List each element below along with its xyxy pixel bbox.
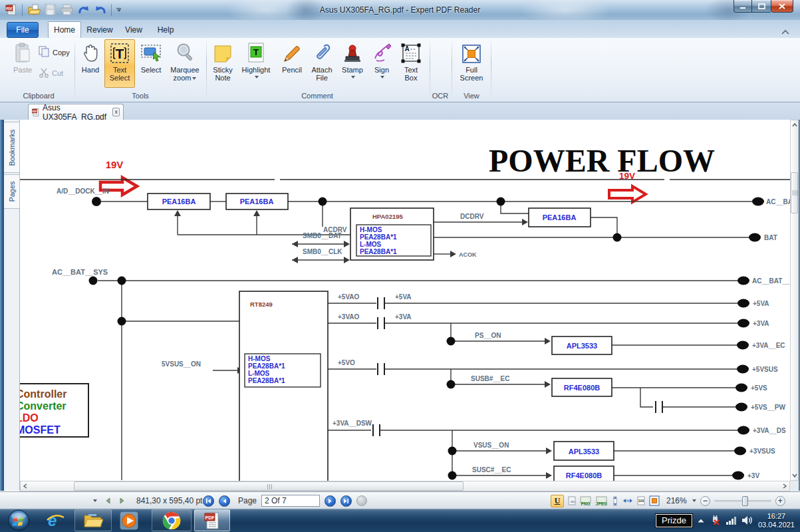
previous-page-button[interactable] — [219, 495, 230, 507]
svg-text:H-MOS: H-MOS — [360, 226, 382, 233]
power-plug-icon[interactable] — [710, 515, 721, 526]
clock[interactable]: 16:27 03.04.2021 — [758, 512, 795, 529]
stamp-button[interactable]: Stamp — [339, 40, 366, 78]
tab-view[interactable]: View — [122, 22, 145, 38]
document-tab[interactable]: PDF Asus UX305FA_RG.pdf x — [28, 104, 124, 120]
svg-text:+3V: +3V — [747, 472, 759, 479]
previous-view-icon[interactable] — [103, 496, 113, 506]
copy-button[interactable]: Copy — [39, 46, 70, 59]
document-tab-close-icon[interactable]: x — [112, 108, 120, 116]
vertical-scrollbar[interactable] — [790, 120, 799, 481]
paste-button[interactable]: Paste — [8, 40, 37, 74]
save-icon[interactable] — [43, 3, 57, 17]
last-page-button[interactable] — [340, 495, 352, 507]
snapshot-icon[interactable] — [568, 496, 576, 505]
stamp-icon — [342, 40, 362, 64]
scroll-right-icon[interactable] — [782, 483, 787, 489]
document-tab-bar: PDF Asus UX305FA_RG.pdf x — [0, 102, 800, 120]
status-dropdown-caret[interactable] — [93, 499, 97, 502]
close-button[interactable] — [771, 0, 793, 13]
select-tool-button[interactable]: Select — [137, 40, 165, 74]
zoom-in-button[interactable]: + — [775, 496, 785, 506]
svg-text:PS__ON: PS__ON — [475, 332, 501, 339]
taskbar-item-chrome[interactable] — [152, 509, 192, 531]
export-jpeg-icon[interactable]: JPEG — [595, 496, 608, 506]
tray-expand-icon[interactable] — [697, 518, 705, 523]
svg-text:+5VA: +5VA — [753, 300, 769, 307]
refresh-button[interactable] — [356, 495, 367, 506]
minimize-button[interactable] — [733, 0, 752, 13]
horizontal-scroll-thumb[interactable] — [74, 481, 464, 491]
text-select-button[interactable]: T Text Select — [104, 39, 135, 88]
sidebar-tab-pages[interactable]: Pages — [4, 174, 20, 209]
page-label: Page — [238, 496, 257, 505]
full-screen-button[interactable]: Full Screen — [455, 40, 488, 82]
tab-file[interactable]: File — [7, 22, 39, 38]
text-box-button[interactable]: A Text Box — [396, 40, 426, 82]
document-tab-title: Asus UX305FA_RG.pdf — [43, 103, 108, 122]
attach-file-button[interactable]: Attach File — [307, 40, 336, 82]
svg-text:PDF: PDF — [6, 7, 13, 11]
actual-size-icon[interactable]: 100 — [637, 496, 645, 505]
ribbon: Paste Copy Cut Clipboard Hand T Text Sel… — [0, 38, 800, 102]
sticky-note-button[interactable]: Sticky Note — [209, 40, 237, 82]
redo-icon[interactable] — [93, 3, 107, 17]
vertical-scroll-thumb[interactable] — [791, 172, 798, 213]
capacitors — [373, 297, 662, 436]
speaker-icon[interactable] — [741, 515, 753, 525]
zoom-slider[interactable] — [714, 500, 771, 502]
svg-text:L-MOS: L-MOS — [248, 370, 270, 377]
open-icon[interactable] — [27, 3, 41, 17]
scroll-left-icon[interactable] — [23, 483, 28, 489]
svg-text:VSUS__ON: VSUS__ON — [473, 442, 509, 449]
scroll-up-icon[interactable] — [792, 122, 797, 128]
document-size: 841,30 x 595,40 pt — [136, 492, 202, 509]
pencil-button[interactable]: Pencil — [278, 40, 306, 74]
svg-text:A/D__DOCK__IN: A/D__DOCK__IN — [57, 188, 109, 195]
fit-height-icon[interactable] — [612, 496, 618, 506]
taskbar-item-explorer[interactable] — [74, 509, 112, 531]
zoom-out-button[interactable]: − — [700, 496, 710, 506]
group-label-ocr: OCR — [430, 92, 450, 100]
page-number-input[interactable]: 2 Of 7 — [261, 495, 320, 507]
tab-home[interactable]: Home — [48, 21, 81, 38]
next-view-icon[interactable] — [116, 496, 126, 506]
next-page-button[interactable] — [325, 495, 336, 507]
maximize-button[interactable] — [752, 0, 771, 13]
fit-width-icon[interactable] — [622, 497, 633, 505]
ribbon-minimize-icon[interactable] — [780, 29, 791, 37]
language-indicator[interactable]: Prizde — [656, 514, 692, 527]
title-bar[interactable]: Asus UX305FA_RG.pdf - Expert PDF Reader … — [0, 0, 800, 20]
cut-button[interactable]: Cut — [39, 67, 63, 79]
taskbar-item-media-player[interactable] — [118, 511, 140, 532]
qat-menu-caret[interactable] — [116, 8, 121, 12]
svg-text:+3VA__EC: +3VA__EC — [752, 342, 785, 349]
tab-review[interactable]: Review — [85, 22, 114, 38]
zoom-caret[interactable] — [692, 499, 696, 502]
taskbar-item-pdf-reader[interactable]: PDF — [194, 509, 230, 531]
highlight-caret — [255, 76, 259, 78]
underline-tool-button[interactable]: U — [551, 495, 564, 507]
svg-text:+3VA: +3VA — [753, 320, 769, 327]
network-bars-icon[interactable] — [726, 516, 737, 525]
start-button[interactable] — [7, 509, 31, 532]
taskbar-item-internet-explorer[interactable]: e — [45, 511, 65, 532]
hand-tool-button[interactable]: Hand — [77, 40, 104, 74]
export-png-icon[interactable]: PNG — [580, 496, 591, 506]
svg-text:A: A — [404, 45, 409, 53]
first-page-button[interactable] — [203, 495, 214, 507]
highlight-button[interactable]: T Highlight — [238, 40, 274, 78]
scroll-down-icon[interactable] — [792, 473, 797, 478]
svg-text:+5VS: +5VS — [751, 384, 767, 392]
sidebar-tab-bookmarks[interactable]: Bookmarks — [4, 122, 20, 173]
undo-icon[interactable] — [76, 3, 90, 17]
zoom-slider-thumb[interactable] — [742, 496, 748, 506]
pdf-app-icon[interactable]: PDF — [4, 3, 18, 17]
sign-button[interactable]: Sign — [370, 40, 394, 78]
horizontal-scrollbar[interactable] — [20, 481, 790, 491]
component-apl3533-2: APL3533 — [569, 448, 599, 456]
tab-help[interactable]: Help — [155, 22, 176, 38]
marquee-zoom-button[interactable]: Marquee zoom — [166, 40, 203, 82]
fullscreen-status-icon[interactable] — [649, 495, 660, 506]
print-icon[interactable] — [60, 3, 74, 17]
